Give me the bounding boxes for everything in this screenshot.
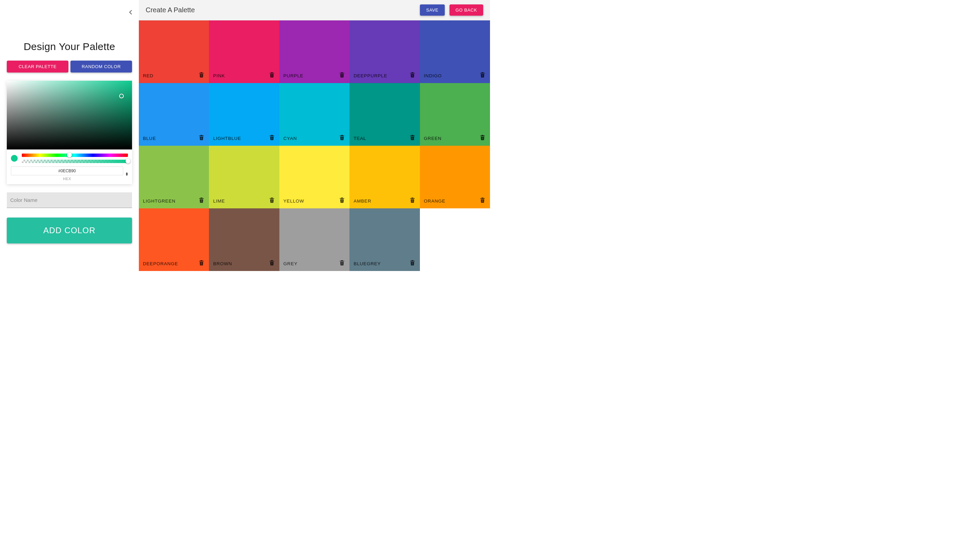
swatch: LIGHTBLUE bbox=[209, 83, 279, 146]
delete-swatch-button[interactable] bbox=[198, 197, 205, 204]
random-color-button[interactable]: RANDOM COLOR bbox=[70, 61, 132, 73]
delete-swatch-button[interactable] bbox=[409, 72, 416, 78]
trash-icon bbox=[409, 72, 416, 78]
color-name-input[interactable] bbox=[7, 192, 132, 208]
hue-thumb[interactable] bbox=[67, 153, 72, 157]
trash-icon bbox=[409, 134, 416, 141]
swatch: LIGHTGREEN bbox=[139, 146, 209, 208]
add-color-button[interactable]: ADD COLOR bbox=[7, 218, 132, 244]
swatch-label: GREEN bbox=[424, 136, 479, 141]
delete-swatch-button[interactable] bbox=[409, 260, 416, 266]
swatch: ORANGE bbox=[420, 146, 490, 208]
swatch: INDIGO bbox=[420, 21, 490, 83]
delete-swatch-button[interactable] bbox=[198, 134, 205, 141]
save-button[interactable]: SAVE bbox=[420, 5, 444, 16]
delete-swatch-button[interactable] bbox=[479, 197, 486, 204]
trash-icon bbox=[198, 260, 205, 266]
hex-label: HEX bbox=[11, 177, 123, 181]
trash-icon bbox=[479, 72, 486, 78]
swatch: GREY bbox=[279, 208, 350, 271]
trash-icon bbox=[269, 197, 275, 204]
delete-swatch-button[interactable] bbox=[269, 197, 275, 204]
color-picker: HEX ▴ ▾ bbox=[7, 81, 132, 184]
delete-swatch-button[interactable] bbox=[339, 72, 345, 78]
delete-swatch-button[interactable] bbox=[339, 260, 345, 266]
trash-icon bbox=[409, 260, 416, 266]
saturation-cursor[interactable] bbox=[119, 94, 124, 99]
hue-slider[interactable] bbox=[22, 153, 128, 157]
swatch: TEAL bbox=[350, 83, 420, 146]
swatch: PURPLE bbox=[279, 21, 350, 83]
swatch-label: INDIGO bbox=[424, 73, 479, 78]
trash-icon bbox=[269, 72, 275, 78]
alpha-thumb[interactable] bbox=[126, 159, 130, 163]
delete-swatch-button[interactable] bbox=[269, 72, 275, 78]
trash-icon bbox=[479, 134, 486, 141]
trash-icon bbox=[339, 197, 345, 204]
alpha-slider[interactable] bbox=[22, 160, 128, 163]
swatch-label: PINK bbox=[213, 73, 268, 78]
current-color-swatch bbox=[11, 155, 18, 162]
swatch: YELLOW bbox=[279, 146, 350, 208]
swatch-label: YELLOW bbox=[283, 198, 339, 204]
swatch-label: AMBER bbox=[353, 198, 409, 204]
swatch-label: BROWN bbox=[213, 261, 268, 266]
swatch-label: PURPLE bbox=[283, 73, 339, 78]
trash-icon bbox=[198, 197, 205, 204]
swatch: DEEPPURPLE bbox=[350, 21, 420, 83]
go-back-button[interactable]: GO BACK bbox=[450, 5, 483, 16]
swatch-label: LIGHTBLUE bbox=[213, 136, 268, 141]
delete-swatch-button[interactable] bbox=[409, 197, 416, 204]
swatch-label: DEEPPURPLE bbox=[353, 73, 409, 78]
delete-swatch-button[interactable] bbox=[269, 134, 275, 141]
swatch: BROWN bbox=[209, 208, 279, 271]
swatch: BLUEGREY bbox=[350, 208, 420, 271]
swatch-label: BLUEGREY bbox=[353, 261, 409, 266]
delete-swatch-button[interactable] bbox=[479, 72, 486, 78]
swatch: RED bbox=[139, 21, 209, 83]
sidebar: Design Your Palette CLEAR PALETTE RANDOM… bbox=[0, 0, 139, 271]
swatch: DEEPORANGE bbox=[139, 208, 209, 271]
main: Create A Palette SAVE GO BACK REDPINKPUR… bbox=[139, 0, 490, 271]
saturation-area[interactable] bbox=[7, 81, 132, 150]
delete-swatch-button[interactable] bbox=[198, 72, 205, 78]
sidebar-button-row: CLEAR PALETTE RANDOM COLOR bbox=[7, 61, 132, 73]
swatch-label: LIME bbox=[213, 198, 268, 204]
delete-swatch-button[interactable] bbox=[269, 260, 275, 266]
swatch-grid: REDPINKPURPLEDEEPPURPLEINDIGOBLUELIGHTBL… bbox=[139, 21, 490, 271]
swatch-label: GREY bbox=[283, 261, 339, 266]
trash-icon bbox=[198, 134, 205, 141]
delete-swatch-button[interactable] bbox=[339, 134, 345, 141]
clear-palette-button[interactable]: CLEAR PALETTE bbox=[7, 61, 68, 73]
swatch-label: LIGHTGREEN bbox=[143, 198, 198, 204]
swatch-label: TEAL bbox=[353, 136, 409, 141]
delete-swatch-button[interactable] bbox=[339, 197, 345, 204]
swatch: PINK bbox=[209, 21, 279, 83]
swatch-label: BLUE bbox=[143, 136, 198, 141]
collapse-sidebar-button[interactable] bbox=[127, 8, 135, 16]
trash-icon bbox=[409, 197, 416, 204]
topbar: Create A Palette SAVE GO BACK bbox=[139, 0, 490, 21]
trash-icon bbox=[269, 260, 275, 266]
swatch: CYAN bbox=[279, 83, 350, 146]
trash-icon bbox=[339, 134, 345, 141]
delete-swatch-button[interactable] bbox=[409, 134, 416, 141]
delete-swatch-button[interactable] bbox=[198, 260, 205, 266]
color-mode-toggle[interactable]: ▴ ▾ bbox=[126, 172, 128, 176]
hex-input[interactable] bbox=[11, 166, 123, 175]
sidebar-title: Design Your Palette bbox=[7, 41, 132, 53]
delete-swatch-button[interactable] bbox=[479, 134, 486, 141]
trash-icon bbox=[479, 197, 486, 204]
swatch: GREEN bbox=[420, 83, 490, 146]
trash-icon bbox=[339, 260, 345, 266]
trash-icon bbox=[269, 134, 275, 141]
swatch-label: CYAN bbox=[283, 136, 339, 141]
page-title: Create A Palette bbox=[146, 6, 415, 14]
swatch-label: RED bbox=[143, 73, 198, 78]
swatch: BLUE bbox=[139, 83, 209, 146]
trash-icon bbox=[198, 72, 205, 78]
swatch-label: ORANGE bbox=[424, 198, 479, 204]
picker-sliders bbox=[7, 150, 132, 165]
chevron-left-icon bbox=[129, 10, 132, 15]
swatch-label: DEEPORANGE bbox=[143, 261, 198, 266]
